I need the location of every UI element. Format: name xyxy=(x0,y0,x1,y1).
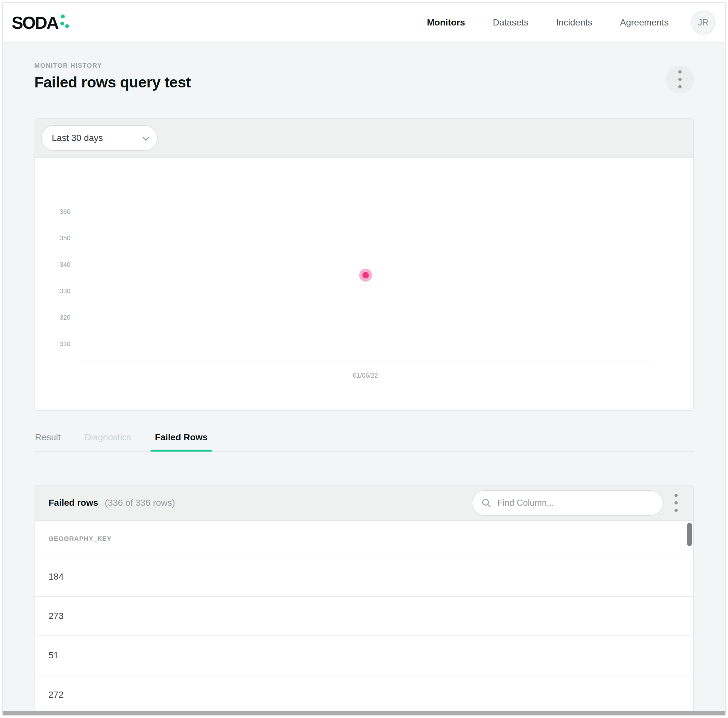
y-axis-tick: 320 xyxy=(35,314,70,321)
search-icon xyxy=(481,498,491,508)
table-scrollbar[interactable] xyxy=(687,523,692,546)
monitor-history-chart-card: Last 30 days 36035034033032031001/06/22 xyxy=(35,118,694,411)
find-column-input[interactable] xyxy=(497,498,654,508)
cell-geography-key: 184 xyxy=(49,571,64,582)
failed-rows-panel: Failed rows (336 of 336 rows) xyxy=(35,485,694,712)
cell-geography-key: 272 xyxy=(49,690,64,700)
table-row: 272 xyxy=(35,675,693,712)
tab-diagnostics[interactable]: Diagnostics xyxy=(80,432,136,451)
y-axis-tick: 360 xyxy=(35,208,70,216)
table-header-row: GEOGRAPHY_KEY xyxy=(35,521,693,557)
y-axis-tick: 340 xyxy=(35,260,70,268)
page-body: MONITOR HISTORY Failed rows query test L… xyxy=(3,43,725,715)
data-point[interactable] xyxy=(359,269,372,282)
page-eyebrow: MONITOR HISTORY xyxy=(35,62,694,69)
nav-item-datasets[interactable]: Datasets xyxy=(492,17,528,28)
nav-item-incidents[interactable]: Incidents xyxy=(556,17,592,28)
tab-result[interactable]: Result xyxy=(35,432,65,451)
nav-item-monitors[interactable]: Monitors xyxy=(427,17,465,28)
cell-geography-key: 273 xyxy=(49,611,64,621)
column-header-geography-key: GEOGRAPHY_KEY xyxy=(49,535,112,542)
table-row: 184 xyxy=(35,557,693,597)
primary-nav: MonitorsDatasetsIncidentsAgreements xyxy=(427,17,669,28)
logo-dots-icon xyxy=(58,11,70,32)
failed-rows-title: Failed rows xyxy=(49,498,98,508)
chevron-down-icon xyxy=(142,134,149,141)
soda-logo[interactable]: SODA xyxy=(12,11,70,35)
date-range-value: Last 30 days xyxy=(52,133,103,143)
failed-rows-count: (336 of 336 rows) xyxy=(105,498,175,508)
page-menu-button[interactable] xyxy=(666,66,694,93)
date-range-select[interactable]: Last 30 days xyxy=(41,125,158,151)
soda-logo-text: SODA xyxy=(12,11,58,35)
table-row: 51 xyxy=(35,636,693,675)
table-row: 273 xyxy=(35,597,693,636)
top-nav-bar: SODA MonitorsDatasetsIncidentsAgreements… xyxy=(3,3,725,43)
y-axis-tick: 350 xyxy=(35,234,70,242)
browser-frame: SODA MonitorsDatasetsIncidentsAgreements… xyxy=(3,3,725,715)
find-column-search[interactable] xyxy=(472,490,664,516)
chart-plot-area: 36035034033032031001/06/22 xyxy=(35,158,693,410)
x-axis-line xyxy=(80,361,653,361)
horizontal-scrollbar[interactable] xyxy=(3,711,725,715)
kebab-menu-icon xyxy=(678,70,682,88)
page-title: Failed rows query test xyxy=(35,73,191,91)
table-menu-button[interactable] xyxy=(674,494,678,512)
result-tabs: ResultDiagnosticsFailed Rows xyxy=(35,432,694,452)
chart-toolbar: Last 30 days xyxy=(35,119,693,158)
nav-item-agreements[interactable]: Agreements xyxy=(620,17,669,28)
failed-rows-toolbar: Failed rows (336 of 336 rows) xyxy=(35,485,693,521)
avatar[interactable]: JR xyxy=(691,11,715,35)
x-axis-tick-label: 01/06/22 xyxy=(340,372,392,379)
cell-geography-key: 51 xyxy=(49,650,59,661)
y-axis-tick: 330 xyxy=(35,287,70,295)
tab-failed-rows[interactable]: Failed Rows xyxy=(151,432,212,452)
y-axis-tick: 310 xyxy=(35,340,70,348)
table-body: 18427351272 xyxy=(35,557,693,712)
